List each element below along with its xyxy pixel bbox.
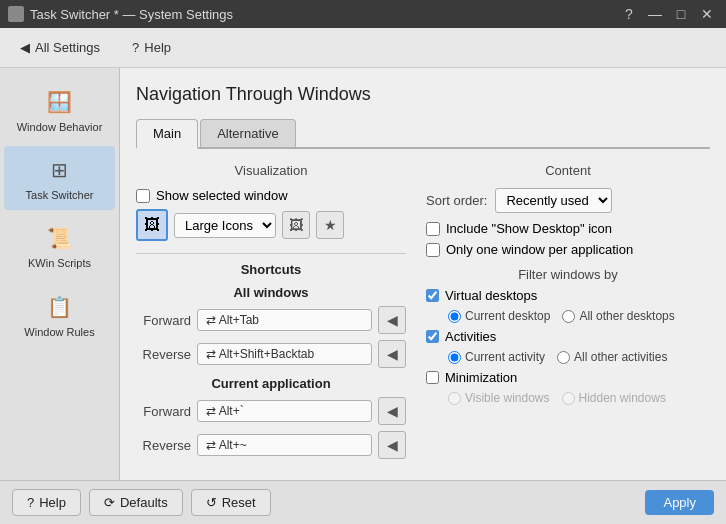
titlebar: Task Switcher * — System Settings ? — □ … bbox=[0, 0, 726, 28]
hidden-windows-label: Hidden windows bbox=[579, 391, 666, 405]
show-selected-label: Show selected window bbox=[156, 188, 288, 203]
virtual-desktops-label: Virtual desktops bbox=[445, 288, 537, 303]
help-button[interactable]: ? Help bbox=[124, 36, 179, 59]
reverse-app-label: Reverse bbox=[136, 438, 191, 453]
content-area: 🪟 Window Behavior ⊞ Task Switcher 📜 KWin… bbox=[0, 68, 726, 480]
close-btn[interactable]: ✕ bbox=[696, 3, 718, 25]
columns: Visualization Show selected window 🖼 Lar… bbox=[136, 163, 710, 465]
current-activity-option[interactable]: Current activity bbox=[448, 350, 545, 364]
divider bbox=[136, 253, 406, 254]
sort-label: Sort order: bbox=[426, 193, 487, 208]
content-title: Content bbox=[426, 163, 710, 178]
reverse-app-field[interactable]: ⇄ Alt+~ bbox=[197, 434, 372, 456]
shortcuts-title: Shortcuts bbox=[136, 262, 406, 277]
sidebar-item-label: Window Behavior bbox=[17, 121, 103, 134]
one-per-app-label: Only one window per application bbox=[446, 242, 633, 257]
page-title: Navigation Through Windows bbox=[136, 84, 710, 105]
preview-icon: 🖼 bbox=[144, 216, 160, 234]
help-window-btn[interactable]: ? bbox=[618, 3, 640, 25]
show-desktop-checkbox[interactable] bbox=[426, 222, 440, 236]
show-desktop-label: Include "Show Desktop" icon bbox=[446, 221, 612, 236]
show-desktop-row: Include "Show Desktop" icon bbox=[426, 221, 710, 236]
back-label: All Settings bbox=[35, 40, 100, 55]
help-icon: ? bbox=[132, 40, 139, 55]
current-desktop-radio[interactable] bbox=[448, 310, 461, 323]
visible-windows-label: Visible windows bbox=[465, 391, 550, 405]
defaults-icon: ⟳ bbox=[104, 495, 115, 510]
sidebar-item-window-behavior[interactable]: 🪟 Window Behavior bbox=[4, 78, 115, 142]
icons-select[interactable]: Large Icons bbox=[174, 213, 276, 238]
minimization-row: Minimization bbox=[426, 370, 710, 385]
one-per-app-checkbox[interactable] bbox=[426, 243, 440, 257]
window-behavior-icon: 🪟 bbox=[44, 86, 76, 118]
current-desktop-option[interactable]: Current desktop bbox=[448, 309, 550, 323]
reverse-all-label: Reverse bbox=[136, 347, 191, 362]
activities-options: Current activity All other activities bbox=[448, 350, 710, 364]
show-selected-row: Show selected window bbox=[136, 188, 406, 203]
apply-button[interactable]: Apply bbox=[645, 490, 714, 515]
all-desktops-label: All other desktops bbox=[579, 309, 674, 323]
activities-row: Activities bbox=[426, 329, 710, 344]
app-icon bbox=[8, 6, 24, 22]
titlebar-left: Task Switcher * — System Settings bbox=[8, 6, 233, 22]
visible-windows-radio bbox=[448, 392, 461, 405]
forward-all-field[interactable]: ⇄ Alt+Tab bbox=[197, 309, 372, 331]
all-activities-label: All other activities bbox=[574, 350, 667, 364]
all-activities-radio[interactable] bbox=[557, 351, 570, 364]
tab-bar: Main Alternative bbox=[136, 119, 710, 149]
show-selected-checkbox[interactable] bbox=[136, 189, 150, 203]
tab-alternative[interactable]: Alternative bbox=[200, 119, 295, 147]
all-activities-option[interactable]: All other activities bbox=[557, 350, 667, 364]
help-bottom-label: Help bbox=[39, 495, 66, 510]
forward-app-row: Forward ⇄ Alt+` ◀ bbox=[136, 397, 406, 425]
reset-label: Reset bbox=[222, 495, 256, 510]
minimization-checkbox[interactable] bbox=[426, 371, 439, 384]
reverse-all-field[interactable]: ⇄ Alt+Shift+Backtab bbox=[197, 343, 372, 365]
forward-all-clear-btn[interactable]: ◀ bbox=[378, 306, 406, 334]
bottom-bar: ? Help ⟳ Defaults ↺ Reset Apply bbox=[0, 480, 726, 524]
right-column: Content Sort order: Recently used Alphab… bbox=[426, 163, 710, 465]
one-per-app-row: Only one window per application bbox=[426, 242, 710, 257]
sidebar-item-task-switcher[interactable]: ⊞ Task Switcher bbox=[4, 146, 115, 210]
help-bottom-icon: ? bbox=[27, 495, 34, 510]
current-activity-radio[interactable] bbox=[448, 351, 461, 364]
virtual-desktops-checkbox[interactable] bbox=[426, 289, 439, 302]
forward-app-clear-btn[interactable]: ◀ bbox=[378, 397, 406, 425]
window-rules-icon: 📋 bbox=[44, 291, 76, 323]
all-desktops-option[interactable]: All other desktops bbox=[562, 309, 674, 323]
star-btn[interactable]: ★ bbox=[316, 211, 344, 239]
defaults-label: Defaults bbox=[120, 495, 168, 510]
maximize-btn[interactable]: □ bbox=[670, 3, 692, 25]
sidebar-item-window-rules[interactable]: 📋 Window Rules bbox=[4, 283, 115, 347]
sidebar-item-label: Task Switcher bbox=[26, 189, 94, 202]
minimize-btn[interactable]: — bbox=[644, 3, 666, 25]
preview-image-btn[interactable]: 🖼 bbox=[282, 211, 310, 239]
sort-select[interactable]: Recently used Alphabetically By desktop bbox=[495, 188, 612, 213]
reverse-app-clear-btn[interactable]: ◀ bbox=[378, 431, 406, 459]
forward-app-field[interactable]: ⇄ Alt+` bbox=[197, 400, 372, 422]
current-app-title: Current application bbox=[136, 376, 406, 391]
reverse-all-clear-btn[interactable]: ◀ bbox=[378, 340, 406, 368]
reset-button[interactable]: ↺ Reset bbox=[191, 489, 271, 516]
bottom-left-buttons: ? Help ⟳ Defaults ↺ Reset bbox=[12, 489, 271, 516]
reverse-app-row: Reverse ⇄ Alt+~ ◀ bbox=[136, 431, 406, 459]
forward-all-row: Forward ⇄ Alt+Tab ◀ bbox=[136, 306, 406, 334]
back-button[interactable]: ◀ All Settings bbox=[12, 36, 108, 59]
defaults-button[interactable]: ⟳ Defaults bbox=[89, 489, 183, 516]
visible-windows-option: Visible windows bbox=[448, 391, 550, 405]
virtual-desktops-options: Current desktop All other desktops bbox=[448, 309, 710, 323]
back-icon: ◀ bbox=[20, 40, 30, 55]
all-desktops-radio[interactable] bbox=[562, 310, 575, 323]
forward-app-label: Forward bbox=[136, 404, 191, 419]
hidden-windows-radio bbox=[562, 392, 575, 405]
current-activity-label: Current activity bbox=[465, 350, 545, 364]
tab-main[interactable]: Main bbox=[136, 119, 198, 149]
kwin-scripts-icon: 📜 bbox=[44, 222, 76, 254]
main-window: Task Switcher * — System Settings ? — □ … bbox=[0, 0, 726, 524]
reset-icon: ↺ bbox=[206, 495, 217, 510]
sidebar-item-kwin-scripts[interactable]: 📜 KWin Scripts bbox=[4, 214, 115, 278]
hidden-windows-option: Hidden windows bbox=[562, 391, 666, 405]
visualization-title: Visualization bbox=[136, 163, 406, 178]
activities-checkbox[interactable] bbox=[426, 330, 439, 343]
help-bottom-button[interactable]: ? Help bbox=[12, 489, 81, 516]
